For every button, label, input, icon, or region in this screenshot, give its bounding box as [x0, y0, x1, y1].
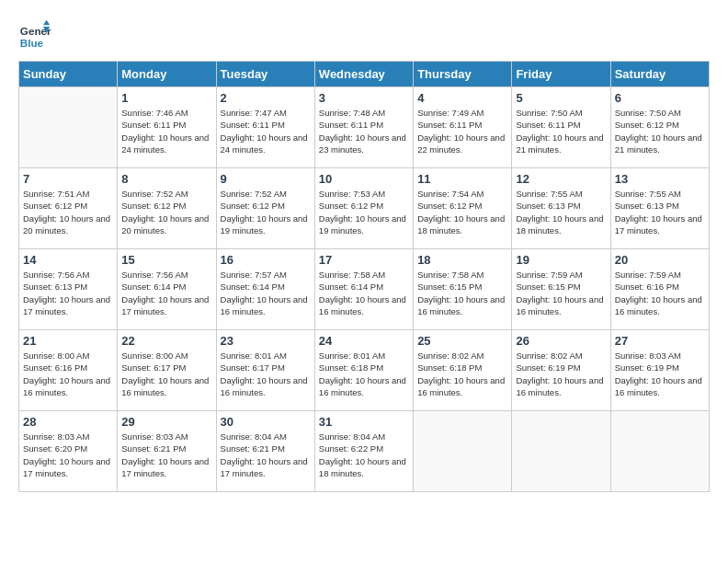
- calendar-cell: 28Sunrise: 8:03 AMSunset: 6:20 PMDayligh…: [19, 411, 118, 492]
- calendar-cell: 23Sunrise: 8:01 AMSunset: 6:17 PMDayligh…: [216, 330, 314, 411]
- logo: General Blue: [18, 18, 55, 52]
- calendar-cell: 14Sunrise: 7:56 AMSunset: 6:13 PMDayligh…: [19, 249, 118, 330]
- calendar-cell: 2Sunrise: 7:47 AMSunset: 6:11 PMDaylight…: [216, 87, 314, 168]
- day-number: 9: [221, 172, 311, 186]
- day-number: 23: [221, 334, 311, 348]
- day-info: Sunrise: 7:57 AMSunset: 6:14 PMDaylight:…: [221, 269, 311, 317]
- day-number: 16: [221, 253, 311, 267]
- day-number: 30: [221, 415, 311, 429]
- day-number: 29: [121, 415, 211, 429]
- day-number: 15: [121, 253, 211, 267]
- day-number: 1: [121, 91, 211, 105]
- day-info: Sunrise: 8:01 AMSunset: 6:17 PMDaylight:…: [221, 350, 311, 398]
- day-info: Sunrise: 8:01 AMSunset: 6:18 PMDaylight:…: [319, 350, 409, 398]
- day-info: Sunrise: 7:49 AMSunset: 6:11 PMDaylight:…: [417, 107, 507, 155]
- day-info: Sunrise: 7:56 AMSunset: 6:13 PMDaylight:…: [23, 269, 113, 317]
- day-info: Sunrise: 8:03 AMSunset: 6:19 PMDaylight:…: [615, 350, 705, 398]
- day-number: 13: [615, 172, 705, 186]
- day-info: Sunrise: 8:02 AMSunset: 6:18 PMDaylight:…: [417, 350, 507, 398]
- calendar-cell: 10Sunrise: 7:53 AMSunset: 6:12 PMDayligh…: [314, 168, 413, 249]
- day-number: 4: [417, 91, 507, 105]
- day-header-thursday: Thursday: [414, 62, 512, 87]
- day-number: 14: [23, 253, 113, 267]
- day-number: 8: [121, 172, 211, 186]
- day-info: Sunrise: 7:47 AMSunset: 6:11 PMDaylight:…: [221, 107, 311, 155]
- day-number: 11: [417, 172, 507, 186]
- calendar-cell: 12Sunrise: 7:55 AMSunset: 6:13 PMDayligh…: [512, 168, 610, 249]
- day-number: 7: [23, 172, 113, 186]
- calendar-cell: 8Sunrise: 7:52 AMSunset: 6:12 PMDaylight…: [118, 168, 216, 249]
- calendar-cell: 22Sunrise: 8:00 AMSunset: 6:17 PMDayligh…: [118, 330, 216, 411]
- day-header-tuesday: Tuesday: [216, 62, 314, 87]
- calendar-cell: 24Sunrise: 8:01 AMSunset: 6:18 PMDayligh…: [314, 330, 413, 411]
- day-number: 31: [319, 415, 409, 429]
- day-number: 26: [516, 334, 606, 348]
- calendar-cell: 19Sunrise: 7:59 AMSunset: 6:15 PMDayligh…: [512, 249, 610, 330]
- day-info: Sunrise: 7:59 AMSunset: 6:15 PMDaylight:…: [516, 269, 606, 317]
- day-number: 2: [221, 91, 311, 105]
- calendar-cell: 20Sunrise: 7:59 AMSunset: 6:16 PMDayligh…: [610, 249, 709, 330]
- day-info: Sunrise: 8:02 AMSunset: 6:19 PMDaylight:…: [516, 350, 606, 398]
- day-number: 5: [516, 91, 606, 105]
- calendar-cell: 18Sunrise: 7:58 AMSunset: 6:15 PMDayligh…: [414, 249, 512, 330]
- calendar-cell: 31Sunrise: 8:04 AMSunset: 6:22 PMDayligh…: [314, 411, 413, 492]
- day-number: 17: [319, 253, 409, 267]
- calendar-cell: 17Sunrise: 7:58 AMSunset: 6:14 PMDayligh…: [314, 249, 413, 330]
- day-info: Sunrise: 7:51 AMSunset: 6:12 PMDaylight:…: [23, 188, 113, 236]
- calendar-cell: 4Sunrise: 7:49 AMSunset: 6:11 PMDaylight…: [414, 87, 512, 168]
- calendar-cell: [610, 411, 709, 492]
- calendar-cell: 5Sunrise: 7:50 AMSunset: 6:11 PMDaylight…: [512, 87, 610, 168]
- day-number: 3: [319, 91, 409, 105]
- calendar-cell: 7Sunrise: 7:51 AMSunset: 6:12 PMDaylight…: [19, 168, 118, 249]
- day-header-monday: Monday: [118, 62, 216, 87]
- calendar-cell: [414, 411, 512, 492]
- calendar-cell: 13Sunrise: 7:55 AMSunset: 6:13 PMDayligh…: [610, 168, 709, 249]
- calendar-cell: [19, 87, 118, 168]
- calendar: SundayMondayTuesdayWednesdayThursdayFrid…: [18, 61, 710, 492]
- day-info: Sunrise: 7:48 AMSunset: 6:11 PMDaylight:…: [319, 107, 409, 155]
- day-info: Sunrise: 7:58 AMSunset: 6:14 PMDaylight:…: [319, 269, 409, 317]
- calendar-cell: 15Sunrise: 7:56 AMSunset: 6:14 PMDayligh…: [118, 249, 216, 330]
- day-info: Sunrise: 7:52 AMSunset: 6:12 PMDaylight:…: [221, 188, 311, 236]
- svg-marker-2: [43, 20, 50, 25]
- calendar-cell: 30Sunrise: 8:04 AMSunset: 6:21 PMDayligh…: [216, 411, 314, 492]
- svg-text:Blue: Blue: [20, 37, 44, 49]
- day-info: Sunrise: 7:46 AMSunset: 6:11 PMDaylight:…: [121, 107, 211, 155]
- day-number: 6: [615, 91, 705, 105]
- day-info: Sunrise: 7:54 AMSunset: 6:12 PMDaylight:…: [417, 188, 507, 236]
- calendar-cell: 16Sunrise: 7:57 AMSunset: 6:14 PMDayligh…: [216, 249, 314, 330]
- day-number: 25: [417, 334, 507, 348]
- calendar-cell: 27Sunrise: 8:03 AMSunset: 6:19 PMDayligh…: [610, 330, 709, 411]
- day-info: Sunrise: 8:00 AMSunset: 6:16 PMDaylight:…: [23, 350, 113, 398]
- day-info: Sunrise: 7:59 AMSunset: 6:16 PMDaylight:…: [615, 269, 705, 317]
- calendar-cell: 1Sunrise: 7:46 AMSunset: 6:11 PMDaylight…: [118, 87, 216, 168]
- day-number: 24: [319, 334, 409, 348]
- calendar-cell: 26Sunrise: 8:02 AMSunset: 6:19 PMDayligh…: [512, 330, 610, 411]
- calendar-cell: 9Sunrise: 7:52 AMSunset: 6:12 PMDaylight…: [216, 168, 314, 249]
- day-header-saturday: Saturday: [610, 62, 709, 87]
- day-header-friday: Friday: [512, 62, 610, 87]
- calendar-cell: [512, 411, 610, 492]
- day-header-wednesday: Wednesday: [314, 62, 413, 87]
- day-info: Sunrise: 7:56 AMSunset: 6:14 PMDaylight:…: [121, 269, 211, 317]
- day-number: 18: [417, 253, 507, 267]
- day-number: 22: [121, 334, 211, 348]
- day-header-sunday: Sunday: [19, 62, 118, 87]
- day-info: Sunrise: 7:50 AMSunset: 6:11 PMDaylight:…: [516, 107, 606, 155]
- day-number: 21: [23, 334, 113, 348]
- day-number: 28: [23, 415, 113, 429]
- calendar-cell: 11Sunrise: 7:54 AMSunset: 6:12 PMDayligh…: [414, 168, 512, 249]
- day-info: Sunrise: 8:04 AMSunset: 6:21 PMDaylight:…: [221, 431, 311, 479]
- day-info: Sunrise: 7:52 AMSunset: 6:12 PMDaylight:…: [121, 188, 211, 236]
- calendar-cell: 29Sunrise: 8:03 AMSunset: 6:21 PMDayligh…: [118, 411, 216, 492]
- day-info: Sunrise: 7:53 AMSunset: 6:12 PMDaylight:…: [319, 188, 409, 236]
- header: General Blue: [18, 18, 710, 52]
- day-number: 19: [516, 253, 606, 267]
- day-number: 10: [319, 172, 409, 186]
- calendar-cell: 25Sunrise: 8:02 AMSunset: 6:18 PMDayligh…: [414, 330, 512, 411]
- day-info: Sunrise: 8:03 AMSunset: 6:20 PMDaylight:…: [23, 431, 113, 479]
- calendar-cell: 3Sunrise: 7:48 AMSunset: 6:11 PMDaylight…: [314, 87, 413, 168]
- day-number: 20: [615, 253, 705, 267]
- day-number: 27: [615, 334, 705, 348]
- day-info: Sunrise: 8:03 AMSunset: 6:21 PMDaylight:…: [121, 431, 211, 479]
